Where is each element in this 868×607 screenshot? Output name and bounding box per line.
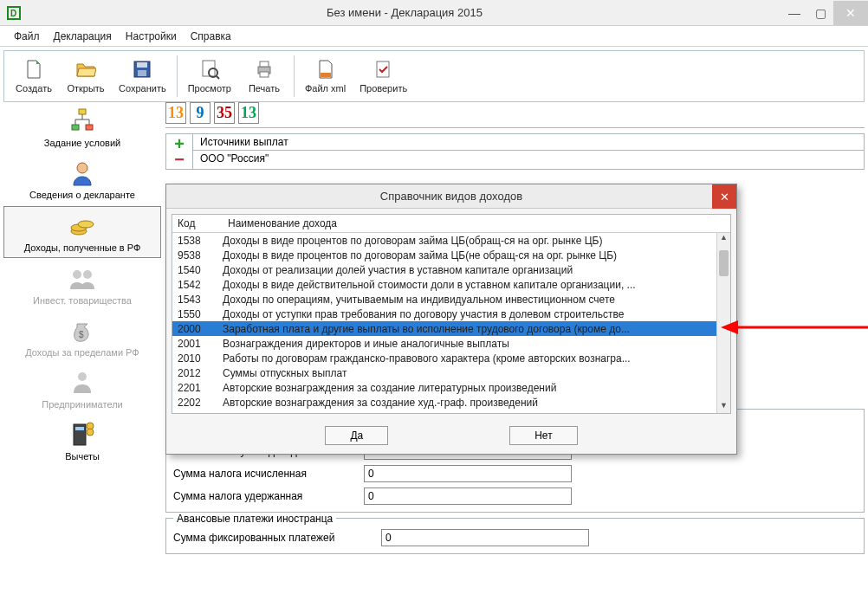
check-label: Проверить xyxy=(360,83,407,94)
minimize-button[interactable]: — xyxy=(781,1,807,25)
check-button[interactable]: Проверить xyxy=(353,57,414,95)
rate-tabs: 13 9 35 13 xyxy=(165,102,865,128)
svg-rect-14 xyxy=(72,125,79,130)
preview-icon xyxy=(199,59,220,80)
tax-calculated-field[interactable] xyxy=(364,465,572,482)
sidebar-label: Вычеты xyxy=(65,451,100,462)
annotation-arrow-icon xyxy=(721,319,868,336)
income-code: 2001 xyxy=(172,338,223,350)
svg-rect-4 xyxy=(138,70,146,76)
sidebar-item-income-rf[interactable]: Доходы, полученные в РФ xyxy=(3,206,161,258)
toolbar-separator xyxy=(177,55,178,97)
file-new-icon xyxy=(23,59,44,80)
income-type-row[interactable]: 2202Авторские вознаграждения за создание… xyxy=(172,395,730,410)
income-type-row[interactable]: 1542Доходы в виде действительной стоимос… xyxy=(172,277,730,292)
moneybag-icon: $ xyxy=(68,317,96,345)
sidebar-item-invest[interactable]: Инвест. товарищества xyxy=(3,260,161,310)
sidebar-item-declarant[interactable]: Сведения о декларанте xyxy=(3,154,161,204)
dialog-close-button[interactable]: ✕ xyxy=(712,184,736,209)
income-type-row[interactable]: 1540Доходы от реализации долей участия в… xyxy=(172,262,730,277)
rate-13b-tab[interactable]: 13 xyxy=(238,102,259,124)
dialog-buttons: Да Нет xyxy=(166,419,736,454)
titlebar: D Без имени - Декларация 2015 — ▢ ✕ xyxy=(0,0,868,26)
close-button[interactable]: ✕ xyxy=(833,1,868,25)
income-type-row[interactable]: 1538Доходы в виде процентов по договорам… xyxy=(172,233,730,248)
toolbar-separator xyxy=(294,55,295,97)
dialog-rows[interactable]: 1538Доходы в виде процентов по договорам… xyxy=(172,233,730,413)
print-button[interactable]: Печать xyxy=(238,57,290,95)
file-xml-icon xyxy=(315,59,336,80)
rate-13-tab[interactable]: 13 xyxy=(165,102,186,124)
create-button[interactable]: Создать xyxy=(8,57,60,95)
xml-button[interactable]: Файл xml xyxy=(298,57,353,95)
remove-source-button[interactable]: − xyxy=(174,152,185,167)
sidebar-label: Предприниматели xyxy=(42,399,122,410)
sources-header: Источники выплат xyxy=(193,134,864,151)
save-icon xyxy=(132,59,152,80)
menu-declaration[interactable]: Декларация xyxy=(47,28,119,45)
sidebar-item-deductions[interactable]: Вычеты xyxy=(3,416,161,466)
rate-35-tab[interactable]: 35 xyxy=(214,102,235,124)
svg-rect-15 xyxy=(86,125,93,130)
save-label: Сохранить xyxy=(119,83,166,94)
income-type-row[interactable]: 2201Авторские вознаграждения за создание… xyxy=(172,380,730,395)
sources-list[interactable]: Источники выплат ООО "Россия" xyxy=(192,134,864,169)
income-code: 1538 xyxy=(172,235,223,247)
income-code: 2201 xyxy=(172,382,223,394)
fixed-payments-field[interactable] xyxy=(381,529,589,546)
dialog-yes-button[interactable]: Да xyxy=(325,426,388,445)
sidebar-item-entrepreneur[interactable]: Предприниматели xyxy=(3,364,161,414)
sidebar-label: Доходы за пределами РФ xyxy=(25,347,139,358)
maximize-button[interactable]: ▢ xyxy=(807,1,833,25)
advance-legend: Авансовые платежи иностранца xyxy=(173,513,336,525)
dialog-body: Код Наименование дохода 1538Доходы в вид… xyxy=(172,214,731,414)
sidebar-item-conditions[interactable]: Задание условий xyxy=(3,102,161,152)
svg-rect-11 xyxy=(321,73,331,77)
sources-box: + − Источники выплат ООО "Россия" xyxy=(165,133,865,170)
income-code: 2202 xyxy=(172,397,223,409)
income-type-row[interactable]: 1550Доходы от уступки прав требования по… xyxy=(172,307,730,321)
save-button[interactable]: Сохранить xyxy=(112,57,173,95)
income-name: Доходы по операциям, учитываемым на инди… xyxy=(223,294,730,306)
svg-rect-10 xyxy=(260,72,269,77)
income-type-row[interactable]: 9538Доходы в виде процентов по договорам… xyxy=(172,248,730,262)
group-icon xyxy=(68,265,96,293)
dialog-no-button[interactable]: Нет xyxy=(509,426,577,445)
xml-label: Файл xml xyxy=(305,83,346,94)
tree-icon xyxy=(68,107,96,135)
svg-marker-29 xyxy=(721,320,738,334)
sidebar-label: Задание условий xyxy=(44,138,120,149)
dialog-titlebar[interactable]: Справочник видов доходов ✕ xyxy=(166,184,736,209)
income-type-row[interactable]: 2001Вознаграждения директоров и иные ана… xyxy=(172,336,730,351)
tax-withheld-label: Сумма налога удержанная xyxy=(173,490,364,502)
income-type-row[interactable]: 2012Суммы отпускных выплат xyxy=(172,365,730,380)
scroll-down-icon[interactable]: ▼ xyxy=(717,401,730,413)
income-name: Доходы от реализации долей участия в уст… xyxy=(223,264,730,276)
menu-help[interactable]: Справка xyxy=(184,28,238,45)
menu-settings[interactable]: Настройки xyxy=(119,28,184,45)
menu-file[interactable]: Файл xyxy=(7,28,47,45)
scroll-up-icon[interactable]: ▲ xyxy=(717,233,730,245)
income-type-row[interactable]: 1543Доходы по операциям, учитываемым на … xyxy=(172,292,730,307)
scroll-thumb[interactable] xyxy=(719,250,729,276)
svg-text:D: D xyxy=(10,9,16,18)
svg-text:$: $ xyxy=(79,330,84,339)
income-name: Авторские вознаграждения за создание худ… xyxy=(223,397,730,409)
sidebar-item-income-foreign[interactable]: $ Доходы за пределами РФ xyxy=(3,312,161,362)
check-icon xyxy=(373,59,394,80)
tax-withheld-field[interactable] xyxy=(364,488,572,505)
rate-9-tab[interactable]: 9 xyxy=(190,102,211,124)
svg-point-20 xyxy=(73,270,81,279)
svg-line-7 xyxy=(217,76,219,79)
income-type-row[interactable]: 2010Работы по договорам гражданско-право… xyxy=(172,351,730,365)
svg-point-19 xyxy=(78,221,94,228)
income-type-row[interactable]: 2000Заработная плата и другие выплаты во… xyxy=(172,321,730,336)
tax-calculated-label: Сумма налога исчисленная xyxy=(173,468,364,480)
income-code: 1550 xyxy=(172,308,223,320)
income-name: Доходы в виде процентов по договорам зай… xyxy=(223,249,730,262)
preview-button[interactable]: Просмотр xyxy=(181,57,238,95)
sidebar-label: Инвест. товарищества xyxy=(33,295,132,307)
source-row[interactable]: ООО "Россия" xyxy=(193,151,864,166)
open-button[interactable]: Открыть xyxy=(60,57,112,95)
income-types-dialog: Справочник видов доходов ✕ Код Наименова… xyxy=(165,184,737,455)
